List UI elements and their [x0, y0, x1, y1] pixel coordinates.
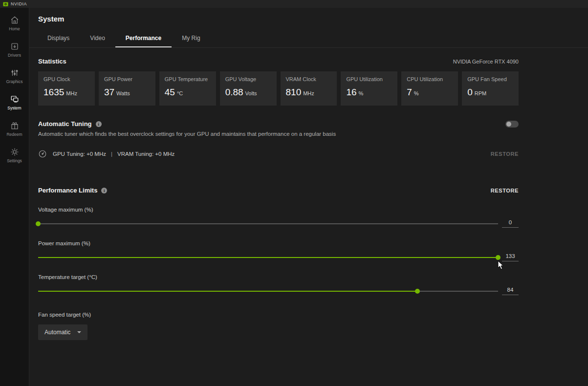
- stat-unit: MHz: [66, 90, 77, 96]
- sidebar-item-label: Redeem: [6, 132, 22, 137]
- stat-value: 45: [165, 87, 175, 98]
- tuning-status-row: GPU Tuning: +0 MHz | VRAM Tuning: +0 MHz…: [38, 150, 519, 158]
- stat-unit: %: [414, 90, 419, 96]
- home-icon: [10, 16, 19, 24]
- temperature-target-group: Temperature target (°C) 84: [38, 274, 519, 295]
- slider-fill: [38, 291, 417, 292]
- sidebar-item-label: Home: [9, 26, 20, 31]
- tab-displays[interactable]: Displays: [37, 31, 80, 47]
- limits-restore-button[interactable]: RESTORE: [491, 188, 519, 193]
- stat-card-gpu-power: GPU Power 37Watts: [99, 71, 155, 106]
- performance-limits-title: Performance Limits: [38, 187, 97, 194]
- fan-speed-label: Fan speed target (%): [38, 312, 519, 318]
- toggle-knob: [506, 122, 511, 127]
- stat-card-cpu-utilization: CPU Utilization 7%: [401, 71, 458, 106]
- stat-label: GPU Clock: [44, 76, 89, 82]
- gear-icon: [10, 148, 19, 156]
- slider-thumb[interactable]: [36, 221, 41, 226]
- stat-label: CPU Utilization: [407, 76, 453, 82]
- sidebar: Home Drivers Graphics System Redeem Sett…: [0, 8, 29, 386]
- gpu-tuning-status: GPU Tuning: +0 MHz: [53, 151, 106, 157]
- graphics-icon: [10, 68, 19, 77]
- tab-my-rig[interactable]: My Rig: [172, 31, 210, 47]
- stat-label: GPU Power: [104, 76, 150, 82]
- stat-unit: RPM: [475, 90, 486, 96]
- automatic-tuning-section: Automatic Tuning i Automatic tuner which…: [38, 120, 519, 158]
- statistics-title: Statistics: [38, 58, 66, 65]
- stat-unit: °C: [177, 90, 183, 96]
- tab-performance[interactable]: Performance: [115, 31, 172, 47]
- slider-thumb[interactable]: [496, 255, 501, 260]
- automatic-tuning-toggle[interactable]: [505, 121, 519, 128]
- voltage-maximum-group: Voltage maximum (%) 0: [38, 207, 519, 228]
- stat-card-gpu-utilization: GPU Utilization 16%: [341, 71, 397, 106]
- stat-value: 37: [104, 87, 114, 98]
- stat-value: 7: [407, 87, 412, 98]
- app-title: NVIDIA: [11, 1, 27, 6]
- stat-value: 0.88: [225, 87, 243, 98]
- stat-card-vram-clock: VRAM Clock 810MHz: [281, 71, 337, 106]
- drivers-icon: [10, 42, 19, 51]
- fan-speed-dropdown[interactable]: Automatic: [38, 324, 87, 340]
- status-separator: |: [111, 151, 112, 157]
- temperature-target-slider[interactable]: [38, 288, 498, 294]
- sidebar-item-settings[interactable]: Settings: [0, 146, 29, 165]
- voltage-maximum-slider[interactable]: [38, 221, 498, 227]
- power-maximum-group: Power maximum (%) 133: [38, 240, 519, 261]
- stat-unit: %: [359, 90, 364, 96]
- sidebar-item-label: Graphics: [6, 79, 22, 84]
- chevron-down-icon: [77, 331, 81, 333]
- stat-label: GPU Voltage: [225, 76, 271, 82]
- gpu-name: NVIDIA GeForce RTX 4090: [453, 59, 519, 64]
- stat-value: 16: [346, 87, 356, 98]
- stat-card-gpu-clock: GPU Clock 1635MHz: [38, 71, 95, 106]
- stat-value: 810: [286, 87, 302, 98]
- stat-unit: Volts: [245, 90, 257, 96]
- stat-unit: MHz: [303, 90, 314, 96]
- tab-bar: Displays Video Performance My Rig: [29, 31, 588, 48]
- sidebar-item-home[interactable]: Home: [0, 14, 29, 33]
- main-panel: System Displays Video Performance My Rig…: [29, 8, 588, 386]
- sidebar-item-graphics[interactable]: Graphics: [0, 66, 29, 86]
- page-title: System: [29, 15, 588, 23]
- slider-label: Voltage maximum (%): [38, 207, 519, 213]
- stat-card-gpu-voltage: GPU Voltage 0.88Volts: [220, 71, 277, 106]
- stat-cards: GPU Clock 1635MHz GPU Power 37Watts GPU …: [38, 71, 519, 106]
- sidebar-item-label: Settings: [7, 158, 22, 163]
- slider-label: Temperature target (°C): [38, 274, 519, 280]
- window-titlebar: NVIDIA: [0, 0, 588, 8]
- info-icon[interactable]: i: [101, 188, 107, 193]
- stat-label: GPU Utilization: [346, 76, 392, 82]
- stat-card-gpu-temperature: GPU Temperature 45°C: [159, 71, 216, 106]
- performance-limits-section: Performance Limits i RESTORE Voltage max…: [38, 187, 519, 340]
- gauge-icon: [38, 150, 47, 158]
- stat-unit: Watts: [116, 90, 130, 96]
- system-icon: [10, 95, 19, 104]
- power-maximum-value[interactable]: 133: [502, 253, 519, 261]
- sidebar-item-redeem[interactable]: Redeem: [0, 119, 29, 139]
- power-maximum-slider[interactable]: [38, 255, 498, 260]
- sidebar-item-drivers[interactable]: Drivers: [0, 40, 29, 60]
- slider-label: Power maximum (%): [38, 240, 519, 246]
- info-icon[interactable]: i: [96, 121, 102, 127]
- slider-thumb[interactable]: [415, 289, 420, 294]
- automatic-tuning-title: Automatic Tuning: [38, 120, 92, 128]
- performance-content: Statistics NVIDIA GeForce RTX 4090 GPU C…: [29, 58, 588, 340]
- voltage-maximum-value[interactable]: 0: [502, 219, 519, 228]
- stat-label: VRAM Clock: [286, 76, 332, 82]
- tuning-restore-button[interactable]: RESTORE: [491, 151, 519, 157]
- sidebar-item-system[interactable]: System: [0, 93, 29, 112]
- sidebar-item-label: System: [7, 106, 21, 110]
- vram-tuning-status: VRAM Tuning: +0 MHz: [117, 151, 174, 157]
- slider-track: [38, 223, 498, 224]
- stat-label: GPU Fan Speed: [467, 76, 513, 82]
- tab-video[interactable]: Video: [80, 31, 115, 47]
- stat-value: 0: [467, 87, 473, 98]
- temperature-target-value[interactable]: 84: [502, 287, 519, 295]
- nvidia-logo-icon: [3, 1, 8, 7]
- automatic-tuning-description: Automatic tuner which finds the best ove…: [38, 131, 519, 137]
- stat-value: 1635: [44, 87, 64, 98]
- stat-card-gpu-fan-speed: GPU Fan Speed 0RPM: [462, 71, 519, 106]
- fan-speed-selected-value: Automatic: [44, 329, 70, 336]
- fan-speed-group: Fan speed target (%) Automatic: [38, 312, 519, 340]
